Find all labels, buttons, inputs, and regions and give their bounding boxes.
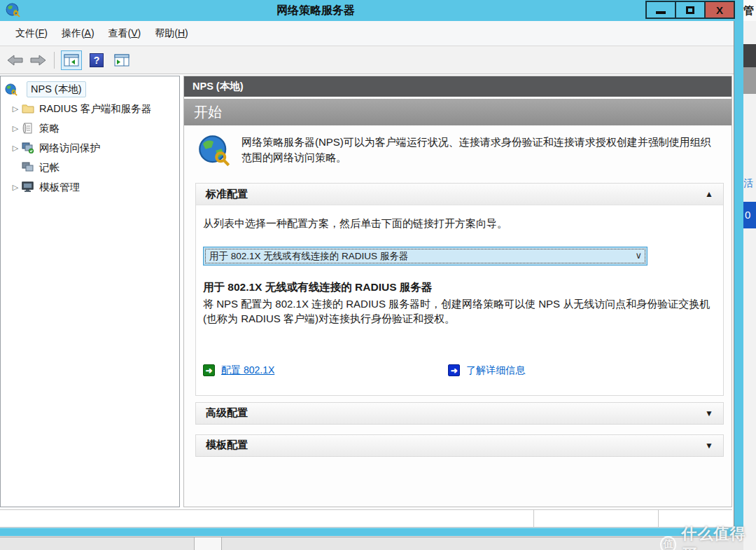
- collapse-down-icon[interactable]: ▼: [705, 408, 713, 418]
- back-button[interactable]: [6, 52, 25, 69]
- tree-item-label: 策略: [39, 122, 59, 135]
- section-title: 模板配置: [206, 439, 248, 452]
- tree-item-label: 网络访问保护: [39, 142, 100, 155]
- tree-item-label: RADIUS 客户端和服务器: [39, 102, 151, 116]
- background-window-partial-text: 管: [743, 0, 756, 21]
- scenario-links: ➜ 配置 802.1X ➜ 了解详细信息: [203, 364, 716, 377]
- link-label: 配置 802.1X: [221, 364, 274, 377]
- green-arrow-icon: ➜: [203, 364, 215, 376]
- getting-started-banner: 开始: [184, 99, 732, 125]
- minimize-button[interactable]: [645, 1, 676, 19]
- toolbar-separator: [54, 52, 55, 69]
- menu-file[interactable]: 文件(F): [8, 25, 55, 43]
- nps-globe-key-icon: [5, 83, 18, 95]
- show-action-pane-button[interactable]: [111, 50, 132, 70]
- scenario-dropdown[interactable]: 用于 802.1X 无线或有线连接的 RADIUS 服务器 ∨: [203, 247, 648, 266]
- watermark-text: 什么值得买: [681, 523, 756, 550]
- action-pane-icon: [114, 54, 130, 67]
- policy-icon: [22, 123, 34, 135]
- background-window-gray-bar: [743, 67, 756, 94]
- background-window-dark-bar: [743, 44, 756, 67]
- tree-item-nps-root[interactable]: NPS (本地): [1, 79, 179, 99]
- nps-console-window: 网络策略服务器 X 文件(F) 操作(A) 查看(V) 帮助(H): [0, 0, 743, 536]
- results-pane-header: NPS (本地): [184, 76, 732, 97]
- expand-icon[interactable]: ▷: [9, 104, 22, 114]
- template-configuration-header[interactable]: 模板配置 ▼: [196, 435, 723, 456]
- window-right-border: [734, 21, 743, 536]
- back-arrow-icon: [7, 55, 24, 66]
- advanced-configuration-section: 高级配置 ▼: [195, 402, 724, 425]
- main-panel: NPS (本地) 开始 网络策略服务器(NPS)可以为客户端运行状况、连接请求身…: [183, 76, 732, 507]
- status-bar: [0, 509, 732, 528]
- console-tree-icon: [64, 54, 79, 67]
- accounting-icon: [22, 162, 34, 174]
- maximize-button[interactable]: [675, 1, 706, 19]
- help-icon: ?: [90, 53, 104, 67]
- menu-action[interactable]: 操作(A): [55, 25, 102, 43]
- tool-bar: ?: [0, 46, 743, 74]
- close-icon: X: [716, 4, 723, 16]
- console-tree-panel: NPS (本地) ▷ RADIUS 客户端和服务器 ▷: [0, 76, 180, 507]
- desktop-strip: [0, 537, 756, 550]
- menu-view[interactable]: 查看(V): [102, 25, 148, 43]
- scenario-instruction: 从列表中选择一种配置方案，然后单击下面的链接打开方案向导。: [203, 217, 716, 231]
- close-button[interactable]: X: [704, 1, 735, 19]
- chevron-down-icon[interactable]: ∨: [635, 250, 642, 261]
- intro-block: 网络策略服务器(NPS)可以为客户端运行状况、连接请求身份验证和连接请求授权创建…: [184, 125, 732, 171]
- learn-more-link[interactable]: ➜ 了解详细信息: [448, 364, 525, 377]
- link-label: 了解详细信息: [466, 364, 525, 377]
- template-configuration-section: 模板配置 ▼: [195, 434, 724, 457]
- collapse-down-icon[interactable]: ▼: [705, 441, 713, 451]
- window-bottom-border: [0, 528, 743, 536]
- tree-item-network-access-protection[interactable]: ▷ 网络访问保护: [1, 138, 179, 158]
- forward-arrow-icon: [29, 55, 46, 66]
- nps-globe-key-icon-large: [198, 135, 230, 167]
- expand-icon[interactable]: ▷: [9, 183, 22, 192]
- folder-icon: [22, 103, 34, 115]
- template-icon: [22, 181, 34, 193]
- minimize-icon: [656, 11, 666, 14]
- tree-item-label: 模板管理: [39, 181, 80, 194]
- tree-item-accounting[interactable]: 记帐: [1, 158, 179, 177]
- scenario-detail-title: 用于 802.1X 无线或有线连接的 RADIUS 服务器: [203, 280, 716, 295]
- background-window-sliver: 管 活 0: [743, 0, 756, 550]
- watermark-badge-icon: 值: [660, 536, 676, 550]
- tree-item-radius-clients[interactable]: ▷ RADIUS 客户端和服务器: [1, 99, 179, 118]
- window-title: 网络策略服务器: [0, 0, 631, 21]
- menu-bar: 文件(F) 操作(A) 查看(V) 帮助(H): [0, 21, 743, 46]
- maximize-icon: [686, 6, 694, 14]
- tree-root-label: NPS (本地): [27, 81, 86, 97]
- scenario-dropdown-value: 用于 802.1X 无线或有线连接的 RADIUS 服务器: [209, 250, 408, 263]
- scenario-detail-body: 将 NPS 配置为 802.1X 连接的 RADIUS 服务器时，创建网络策略可…: [203, 296, 716, 326]
- menu-help[interactable]: 帮助(H): [148, 25, 195, 43]
- collapse-up-icon[interactable]: ▲: [705, 189, 713, 199]
- statusbar-divider: [658, 510, 659, 527]
- standard-configuration-section: 标准配置 ▲ 从列表中选择一种配置方案，然后单击下面的链接打开方案向导。 用于 …: [195, 183, 724, 396]
- desktop-notch: [194, 537, 222, 550]
- tree-item-policies[interactable]: ▷ 策略: [1, 118, 179, 138]
- watermark: 值 什么值得买: [660, 523, 756, 550]
- standard-configuration-body: 从列表中选择一种配置方案，然后单击下面的链接打开方案向导。 用于 802.1X …: [196, 205, 723, 395]
- background-window-highlight: 0: [743, 202, 756, 228]
- section-title: 高级配置: [206, 406, 248, 420]
- title-bar[interactable]: 网络策略服务器 X: [0, 0, 743, 21]
- blue-arrow-icon: ➜: [448, 364, 460, 376]
- advanced-configuration-header[interactable]: 高级配置 ▼: [196, 403, 723, 424]
- window-controls: X: [647, 1, 735, 19]
- show-console-tree-button[interactable]: [61, 50, 82, 70]
- expand-icon[interactable]: ▷: [9, 124, 22, 133]
- section-title: 标准配置: [206, 188, 248, 201]
- standard-configuration-header[interactable]: 标准配置 ▲: [196, 184, 723, 205]
- help-button[interactable]: ?: [86, 50, 107, 70]
- configure-8021x-link[interactable]: ➜ 配置 802.1X: [203, 364, 274, 377]
- background-window-partial-link: 活: [743, 177, 756, 191]
- nap-icon: [22, 142, 34, 154]
- intro-text: 网络策略服务器(NPS)可以为客户端运行状况、连接请求身份验证和连接请求授权创建…: [241, 135, 712, 167]
- tree-item-label: 记帐: [39, 161, 59, 174]
- tree-item-templates-management[interactable]: ▷ 模板管理: [1, 177, 179, 197]
- expand-icon[interactable]: ▷: [9, 144, 22, 153]
- statusbar-divider: [533, 510, 534, 527]
- forward-button[interactable]: [28, 52, 48, 69]
